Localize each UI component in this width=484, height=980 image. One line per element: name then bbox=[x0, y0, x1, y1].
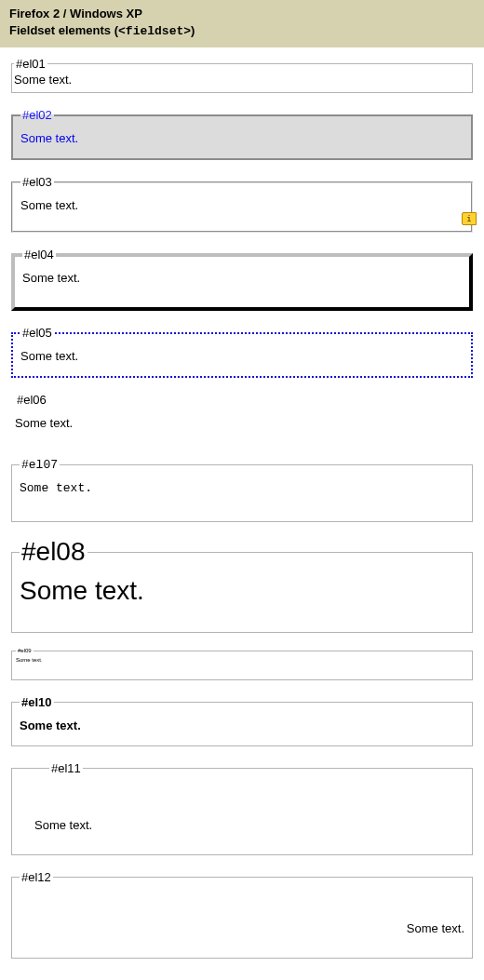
info-icon: i bbox=[462, 212, 477, 225]
text-el09: Some text. bbox=[16, 657, 43, 663]
header-line-2: Fieldset elements (<fieldset>) bbox=[9, 22, 475, 40]
header-suffix: ) bbox=[191, 23, 195, 37]
header-prefix: Fieldset elements ( bbox=[9, 23, 118, 37]
legend-el01: #el01 bbox=[14, 57, 47, 71]
legend-el05: #el05 bbox=[20, 326, 54, 340]
fieldset-el05: #el05 Some text. bbox=[11, 326, 473, 378]
legend-el04: #el04 bbox=[22, 248, 56, 262]
fieldset-el03: #el03 Some text. i bbox=[11, 175, 473, 233]
fieldset-el11: #el11 Some text. bbox=[11, 761, 473, 855]
legend-el10: #el10 bbox=[20, 695, 54, 709]
text-el01: Some text. bbox=[14, 73, 72, 87]
fieldset-el10: #el10 Some text. bbox=[11, 695, 473, 746]
text-el07: Some text. bbox=[20, 481, 92, 495]
legend-el11: #el11 bbox=[49, 761, 83, 775]
fieldset-el07: #el07 Some text. bbox=[11, 458, 473, 522]
text-el12: Some text. bbox=[407, 921, 464, 935]
legend-el03: #el03 bbox=[20, 175, 54, 189]
text-el11: Some text. bbox=[34, 818, 92, 832]
text-el05: Some text. bbox=[20, 349, 78, 363]
header-line-1: Firefox 2 / Windows XP bbox=[9, 6, 475, 22]
fieldset-el06: #el06 Some text. bbox=[11, 393, 473, 443]
legend-el08: #el08 bbox=[20, 537, 87, 567]
legend-el02: #el02 bbox=[20, 108, 54, 122]
text-el03: Some text. bbox=[20, 198, 78, 212]
page-body: #el01 Some text. #el02 Some text. #el03 … bbox=[0, 47, 484, 980]
legend-el09: #el09 bbox=[16, 648, 34, 653]
fieldset-el12: #el12 Some text. bbox=[11, 870, 473, 959]
fieldset-el09: #el09 Some text. bbox=[11, 648, 473, 680]
fieldset-el02: #el02 Some text. bbox=[11, 108, 473, 160]
page-header: Firefox 2 / Windows XP Fieldset elements… bbox=[0, 0, 484, 47]
legend-el12: #el12 bbox=[20, 870, 53, 884]
legend-el07: #el07 bbox=[20, 458, 60, 472]
fieldset-el04: #el04 Some text. bbox=[11, 248, 473, 311]
text-el02: Some text. bbox=[20, 131, 78, 145]
header-code: <fieldset> bbox=[118, 24, 191, 38]
fieldset-el01: #el01 Some text. bbox=[11, 57, 473, 93]
legend-el06: #el06 bbox=[15, 393, 48, 407]
text-el08: Some text. bbox=[20, 576, 144, 605]
text-el10: Some text. bbox=[20, 718, 81, 732]
text-el04: Some text. bbox=[22, 271, 80, 285]
text-el06: Some text. bbox=[15, 416, 73, 430]
fieldset-el08: #el08 Some text. bbox=[11, 537, 473, 633]
